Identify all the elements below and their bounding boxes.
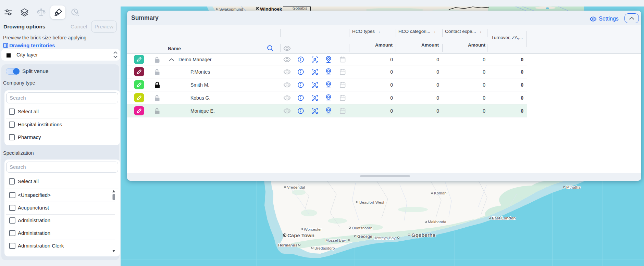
svg-text:Worcester: Worcester xyxy=(304,227,322,231)
svg-text:Hermanus: Hermanus xyxy=(278,243,297,247)
svg-text:George: George xyxy=(357,234,372,239)
svg-text:Bredasdorp: Bredasdorp xyxy=(314,246,335,250)
svg-text:Jeffreys Bay: Jeffreys Bay xyxy=(374,236,396,240)
svg-text:Mthatha: Mthatha xyxy=(566,185,581,189)
svg-text:Mossel Bay: Mossel Bay xyxy=(325,238,346,242)
svg-text:East London: East London xyxy=(492,216,516,220)
svg-text:Cape Town: Cape Town xyxy=(287,232,314,238)
svg-text:Gobabis: Gobabis xyxy=(293,7,307,10)
svg-text:Gqeberha: Gqeberha xyxy=(411,232,436,238)
svg-text:Beaufort West: Beaufort West xyxy=(359,200,384,204)
svg-text:Oudtshoorn: Oudtshoorn xyxy=(352,226,372,230)
svg-text:Vredendal: Vredendal xyxy=(287,185,305,189)
svg-text:Makhanda: Makhanda xyxy=(428,220,446,224)
svg-text:Komani: Komani xyxy=(434,191,447,195)
